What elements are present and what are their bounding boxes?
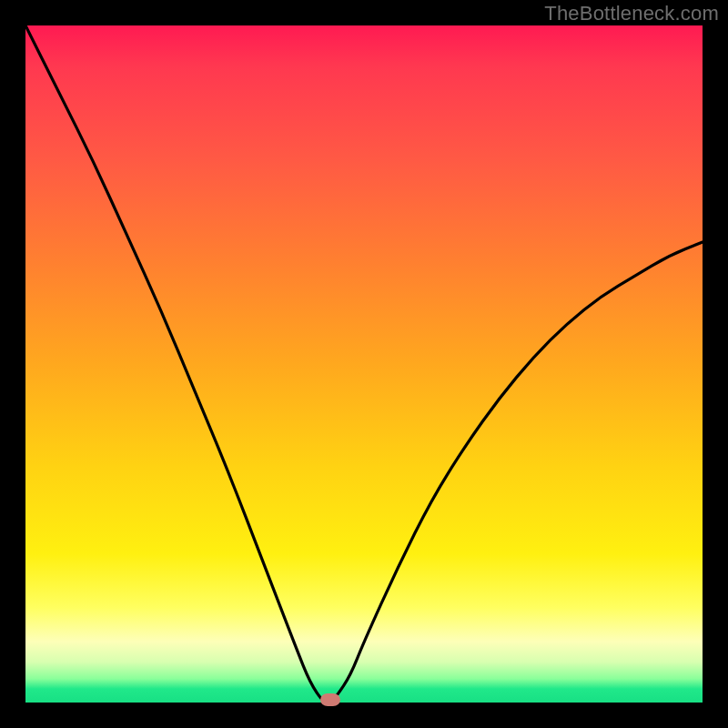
plot-area [25, 25, 703, 703]
optimal-marker [320, 693, 340, 706]
watermark-text: TheBottleneck.com [544, 2, 719, 25]
bottleneck-curve [25, 25, 703, 703]
chart-frame: TheBottleneck.com [0, 0, 728, 728]
